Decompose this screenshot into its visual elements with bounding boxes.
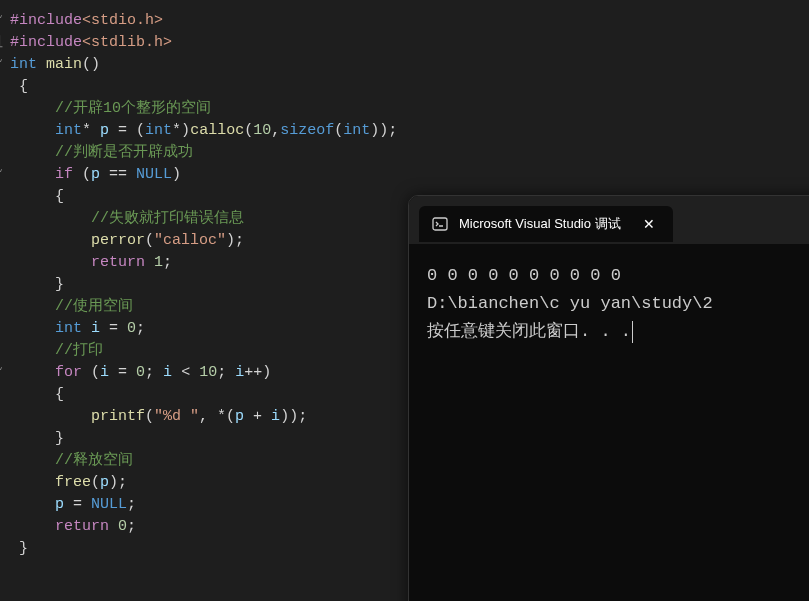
svg-rect-0 — [433, 218, 447, 230]
console-line: 按任意键关闭此窗口. . . — [427, 322, 631, 341]
code-line: ˅#include<stdio.h> — [0, 10, 809, 32]
console-tab[interactable]: Microsoft Visual Studio 调试 ✕ — [419, 206, 673, 242]
code-line: ˅int main() — [0, 54, 809, 76]
code-line: int* p = (int*)calloc(10,sizeof(int)); — [0, 120, 809, 142]
fold-marker-icon: ˅ — [0, 164, 3, 186]
add-tab-button[interactable] — [681, 220, 689, 228]
debug-console-window[interactable]: Microsoft Visual Studio 调试 ✕ 0 0 0 0 0 0… — [408, 195, 809, 601]
code-line: //开辟10个整形的空间 — [0, 98, 809, 120]
console-titlebar[interactable]: Microsoft Visual Studio 调试 ✕ — [409, 196, 809, 244]
code-line: //判断是否开辟成功 — [0, 142, 809, 164]
console-tab-title: Microsoft Visual Studio 调试 — [459, 215, 621, 233]
terminal-icon — [431, 215, 449, 233]
console-output[interactable]: 0 0 0 0 0 0 0 0 0 0 D:\bianchen\c yu yan… — [409, 244, 809, 364]
bracket-marker-icon: ⎣ — [0, 32, 4, 54]
text-cursor-icon — [632, 321, 633, 343]
console-line: D:\bianchen\c yu yan\study\2 — [427, 294, 713, 313]
console-line: 0 0 0 0 0 0 0 0 0 0 — [427, 266, 621, 285]
close-tab-button[interactable]: ✕ — [637, 214, 661, 234]
fold-marker-icon: ˅ — [0, 362, 3, 384]
fold-marker-icon: ˅ — [0, 10, 3, 32]
code-line: { — [0, 76, 809, 98]
fold-marker-icon: ˅ — [0, 54, 3, 76]
code-line: ⎣#include<stdlib.h> — [0, 32, 809, 54]
code-line: ˅ if (p == NULL) — [0, 164, 809, 186]
